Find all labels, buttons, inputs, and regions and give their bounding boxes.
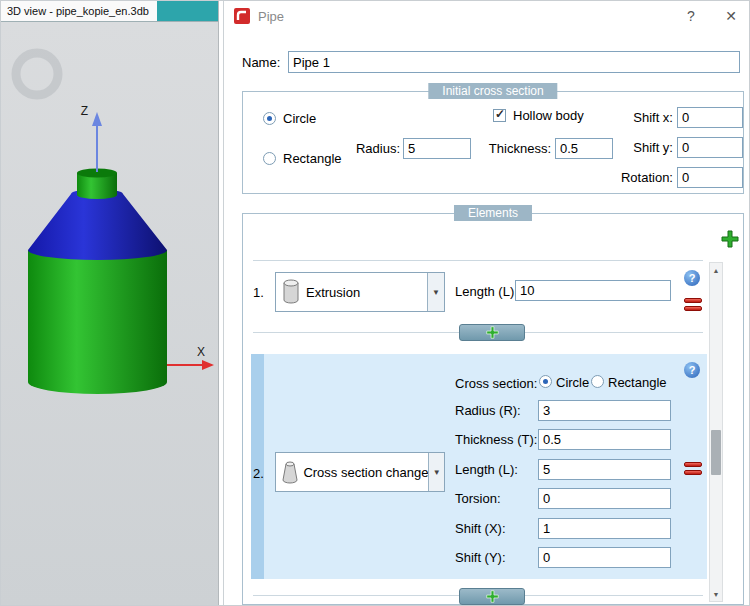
element-2-circle-radio[interactable] [539,375,552,388]
initial-rectangle-label: Rectangle [283,151,342,166]
element-2-radius-label: Radius (R): [455,403,521,418]
shift-x-input[interactable] [677,107,743,128]
dropdown-arrow-icon[interactable]: ▼ [427,273,444,311]
element-2-radius-input[interactable] [538,400,671,421]
dropdown-arrow-icon[interactable]: ▼ [428,453,444,491]
scroll-up-button[interactable]: ▲ [710,263,722,277]
element-2-shift-y-label: Shift (Y): [455,550,506,565]
element-1-type-value: Extrusion [306,285,360,300]
element-2-circle-label: Circle [556,375,589,390]
app-window: 3D view - pipe_kopie_en.3db [0,0,750,606]
append-element-button[interactable] [459,588,525,605]
plus-icon [486,326,499,339]
element-2-length-label: Length (L): [455,462,518,477]
titlebar-accent [157,1,218,21]
elements-title: Elements [454,205,532,221]
3d-view-titlebar: 3D view - pipe_kopie_en.3db [1,1,218,22]
element-2-rectangle-label: Rectangle [608,375,667,390]
element-1-length-label: Length (L): [455,284,518,299]
pipe-cylinder-shape [28,250,167,394]
element-2-torsion-input[interactable] [538,488,671,509]
3d-view-panel: 3D view - pipe_kopie_en.3db [1,1,219,606]
element-1-type-dropdown[interactable]: Extrusion ▼ [275,272,445,312]
rotation-label: Rotation: [593,170,673,185]
element-2-shift-y-input[interactable] [538,547,671,568]
plus-icon [486,590,499,603]
element-2-shift-x-input[interactable] [538,518,671,539]
3d-view-title: 3D view - pipe_kopie_en.3db [1,1,157,21]
refresh-watermark-icon [16,53,58,95]
pipe-cone-shape [28,189,167,260]
element-2-torsion-label: Torsion: [455,491,501,506]
thickness-label: Thickness: [483,141,551,156]
pipe-top-cylinder-shape [77,169,117,200]
shift-y-label: Shift y: [593,140,673,155]
dialog-title: Pipe [258,9,284,24]
separator [253,260,703,261]
hollow-body-label: Hollow body [513,108,584,123]
shift-x-label: Shift x: [593,110,673,125]
dialog-close-button[interactable]: ✕ [722,8,740,24]
initial-circle-label: Circle [283,111,316,126]
x-axis: X [167,345,214,370]
scroll-thumb[interactable] [711,430,721,475]
elements-group: Elements 1. Extrusion ▼ Length (L): [242,213,744,605]
initial-circle-radio[interactable] [263,112,276,125]
scroll-down-button[interactable]: ▼ [710,587,722,601]
3d-viewport[interactable]: Z X [1,22,218,606]
elements-scrollbar[interactable]: ▲ ▼ [709,262,723,602]
radius-label: Radius: [343,141,400,156]
element-2-type-dropdown[interactable]: Cross section change ▼ [275,452,445,492]
radius-input[interactable] [403,138,471,159]
element-1-help-icon[interactable]: ? [684,270,700,286]
element-2-help-icon[interactable]: ? [684,362,700,378]
hollow-body-checkbox[interactable]: ✓ [493,109,506,122]
rotation-input[interactable] [677,167,743,188]
z-axis-label: Z [81,104,88,118]
element-2-thickness-input[interactable] [538,429,671,450]
element-1-index: 1. [253,285,264,300]
initial-cross-section-title: Initial cross section [428,83,557,99]
initial-cross-section-group: Initial cross section Circle Rectangle R… [242,91,744,194]
element-2-type-value: Cross section change [303,465,428,480]
shift-y-input[interactable] [677,137,743,158]
pipe-icon [234,8,250,24]
element-1-remove-button[interactable] [684,298,702,311]
add-element-button[interactable] [721,230,739,252]
z-axis: Z [81,104,102,172]
check-icon: ✓ [495,107,505,121]
element-2-index: 2. [253,466,264,481]
pipe-dialog: Pipe ? ✕ Name: Initial cross section Cir… [223,1,750,606]
element-2-shift-x-label: Shift (X): [455,521,506,536]
element-2-length-input[interactable] [538,459,671,480]
element-1-length-input[interactable] [515,280,671,301]
cylinder-icon [276,279,306,305]
name-input[interactable] [288,51,740,73]
element-2-thickness-label: Thickness (T): [455,432,537,447]
x-axis-label: X [197,345,205,359]
name-label: Name: [242,55,280,70]
cone-icon [276,459,303,485]
3d-scene: Z X [1,22,218,606]
element-2-cross-section-label: Cross section: [455,376,537,391]
insert-element-button[interactable] [459,324,525,341]
element-2-rectangle-radio[interactable] [591,375,604,388]
initial-rectangle-radio[interactable] [263,152,276,165]
dialog-help-button[interactable]: ? [682,8,700,24]
element-2-remove-button[interactable] [684,462,702,475]
